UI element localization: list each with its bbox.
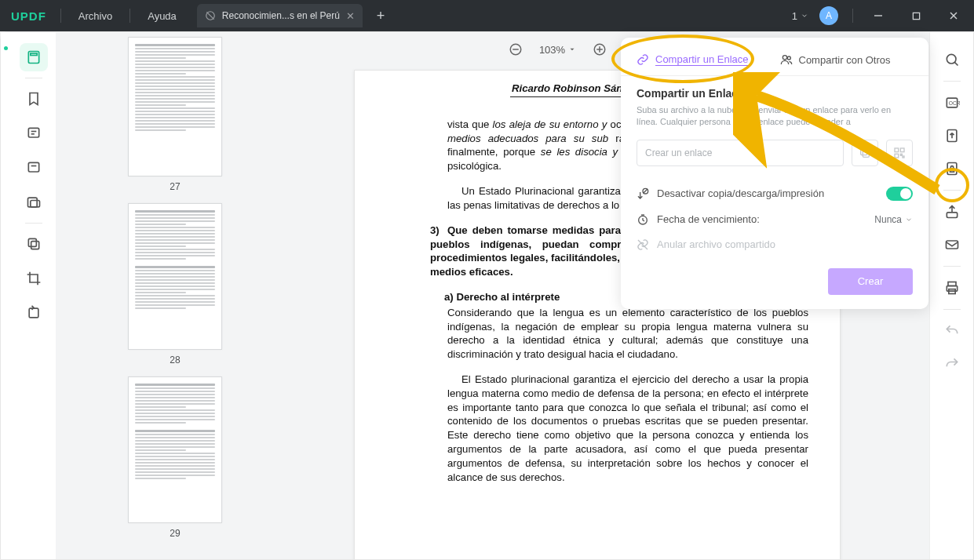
thumbnail-label-27: 27 (56, 181, 294, 192)
zoom-in-button[interactable] (589, 38, 611, 60)
option-disable-copy[interactable]: Desactivar copia/descarga/impresión (637, 180, 913, 207)
svg-rect-16 (29, 308, 38, 318)
sidebar-bookmarks[interactable] (20, 85, 48, 113)
print-icon (944, 280, 960, 296)
reward-count: 1 (792, 10, 797, 22)
copy-icon (26, 236, 42, 252)
svg-rect-37 (863, 151, 869, 157)
svg-rect-6 (31, 53, 37, 56)
chevron-down-icon (801, 12, 808, 20)
chevron-down-icon (905, 216, 913, 224)
zoom-value: 103% (539, 44, 565, 56)
thumbnail-page-28[interactable] (128, 203, 222, 350)
thumbnail-page-29[interactable] (128, 376, 222, 523)
crop-icon (26, 271, 42, 286)
sidebar-crop[interactable] (20, 264, 48, 293)
no-copy-icon (637, 187, 649, 200)
export-button[interactable] (938, 122, 966, 150)
ocr-icon: OCR (944, 95, 960, 111)
reward-indicator[interactable]: 1 (792, 10, 808, 22)
thumbnail-panel[interactable]: 27 28 29 (56, 32, 294, 559)
export-icon (944, 128, 960, 144)
option-unshare-label: Anular archivo compartido (657, 238, 913, 250)
email-button[interactable] (938, 231, 966, 259)
thumbnail-page-27[interactable] (128, 37, 222, 176)
redo-button[interactable] (938, 350, 966, 378)
sidebar-attachments[interactable] (20, 154, 48, 182)
create-link-button[interactable]: Crear (828, 268, 913, 295)
divider (943, 81, 961, 82)
protect-button[interactable] (938, 155, 966, 183)
ocr-button[interactable]: OCR (938, 89, 966, 117)
sidebar-annotations[interactable] (20, 119, 48, 147)
svg-point-23 (947, 54, 956, 64)
qr-icon (893, 147, 906, 159)
menu-file[interactable]: Archivo (64, 0, 126, 31)
svg-rect-12 (28, 198, 38, 207)
zoom-in-icon (593, 42, 607, 56)
panel-tab-share-others[interactable]: Compartir con Otros (780, 49, 891, 71)
zoom-out-icon (509, 42, 523, 56)
svg-rect-38 (861, 148, 867, 155)
search-button[interactable] (938, 45, 966, 74)
option-expire-label: Fecha de vencimiento: (657, 213, 866, 225)
copy-link-button[interactable] (852, 140, 878, 166)
panel-tab-others-label: Compartir con Otros (799, 54, 891, 66)
print-button[interactable] (938, 274, 966, 302)
sidebar-copy[interactable] (20, 230, 48, 258)
zoom-out-button[interactable] (505, 38, 527, 60)
undo-icon (944, 323, 960, 339)
avatar[interactable]: A (819, 6, 838, 25)
menu-help[interactable]: Ayuda (133, 0, 191, 31)
sidebar-thumbnails[interactable] (20, 43, 48, 71)
panel-description: Suba su archivo a la nube para enviar a … (637, 104, 913, 129)
search-icon (944, 52, 960, 67)
lock-icon (944, 161, 960, 176)
document-tab[interactable]: Reconocimien...s en el Perú ✕ (197, 4, 363, 27)
divider (25, 78, 42, 78)
svg-rect-43 (903, 156, 904, 158)
doc-paragraph: El Estado plurinacional garantiza el eje… (447, 373, 808, 485)
clock-icon (637, 213, 649, 226)
toggle-disable-copy[interactable] (886, 187, 913, 201)
left-gutter (1, 32, 12, 559)
sidebar-fields[interactable] (20, 188, 48, 216)
thumbnail-label-28: 28 (56, 355, 294, 365)
doc-tab-icon (205, 10, 216, 21)
panel-title: Compartir un Enlace (637, 87, 913, 100)
svg-rect-14 (31, 242, 39, 249)
svg-rect-31 (946, 241, 958, 249)
divider (25, 223, 42, 224)
zoom-dropdown[interactable]: 103% (539, 44, 576, 56)
close-tab-icon[interactable]: ✕ (346, 10, 355, 22)
svg-rect-40 (900, 148, 904, 152)
divider (943, 266, 961, 267)
rotate-icon (26, 305, 42, 321)
link-input[interactable] (637, 140, 844, 166)
undo-button[interactable] (938, 317, 966, 345)
svg-line-45 (644, 189, 648, 193)
redo-icon (944, 356, 960, 372)
option-unshare: Anular archivo compartido (637, 232, 913, 257)
titlebar: UPDF Archivo Ayuda Reconocimien...s en e… (0, 0, 974, 31)
panel-tab-link-label: Compartir un Enlace (655, 53, 749, 66)
left-sidebar (12, 32, 56, 559)
share-button[interactable] (938, 198, 966, 226)
svg-point-36 (787, 56, 790, 60)
qr-button[interactable] (886, 140, 913, 166)
divider (943, 190, 961, 191)
panel-tab-share-link[interactable]: Compartir un Enlace (637, 49, 749, 71)
sidebar-rotate[interactable] (20, 299, 48, 327)
right-sidebar: OCR (929, 32, 973, 559)
svg-point-35 (782, 56, 786, 60)
add-tab-button[interactable]: + (370, 8, 391, 24)
window-maximize[interactable] (900, 0, 932, 31)
window-minimize[interactable] (863, 0, 894, 31)
window-close[interactable] (938, 0, 969, 31)
svg-text:OCR: OCR (948, 100, 959, 106)
people-icon (780, 53, 793, 66)
copy-icon (859, 147, 871, 159)
separator (852, 9, 853, 23)
option-expiration[interactable]: Fecha de vencimiento: Nunca (637, 207, 913, 232)
expiration-value[interactable]: Nunca (874, 214, 913, 225)
